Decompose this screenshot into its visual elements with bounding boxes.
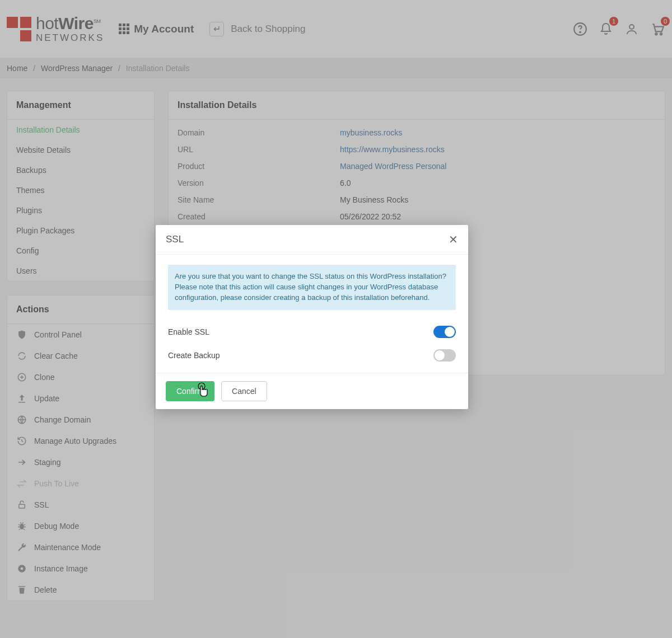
- cursor-pointer-icon: [195, 382, 211, 400]
- modal-info-text: Are you sure that you want to change the…: [168, 265, 456, 310]
- cancel-button[interactable]: Cancel: [221, 381, 267, 401]
- enable-ssl-toggle[interactable]: [433, 326, 456, 338]
- modal-title: SSL: [166, 234, 184, 245]
- enable-ssl-label: Enable SSL: [168, 327, 209, 336]
- close-icon[interactable]: ✕: [449, 233, 458, 246]
- create-backup-label: Create Backup: [168, 351, 220, 360]
- create-backup-toggle[interactable]: [433, 349, 456, 362]
